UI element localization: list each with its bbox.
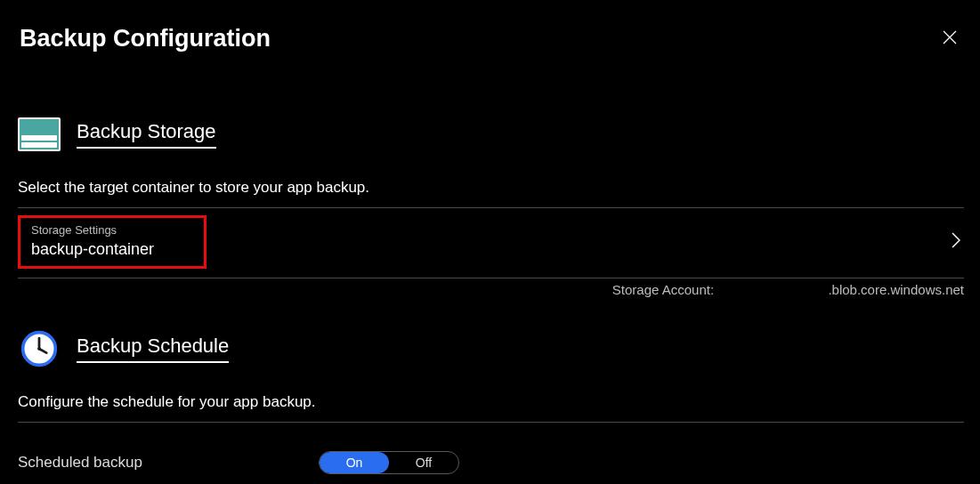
backup-schedule-title: Backup Schedule [77,335,229,363]
scheduled-backup-toggle[interactable]: On Off [319,451,459,474]
storage-account-suffix: .blob.core.windows.net [828,282,964,297]
backup-storage-title: Backup Storage [77,120,216,149]
backup-storage-section: Backup Storage Select the target contain… [18,113,962,297]
storage-icon [18,113,61,156]
clock-icon [18,327,61,370]
close-icon [943,30,957,44]
storage-settings-row[interactable]: Storage Settings backup-container [18,208,964,278]
toggle-option-off[interactable]: Off [389,452,458,473]
backup-schedule-section: Backup Schedule Configure the schedule f… [18,327,962,474]
svg-point-6 [37,347,41,351]
scheduled-backup-label: Scheduled backup [18,454,319,472]
page-title: Backup Configuration [20,25,271,52]
backup-storage-description: Select the target container to store you… [18,179,962,200]
storage-account-display: Storage Account: .blob.core.windows.net [18,278,964,297]
toggle-option-on[interactable]: On [320,452,389,473]
storage-settings-value: backup-container [31,240,195,259]
storage-settings-highlight: Storage Settings backup-container [18,215,207,269]
storage-account-label: Storage Account: [612,282,717,297]
close-button[interactable] [943,28,960,49]
chevron-right-icon [952,230,964,254]
storage-settings-label: Storage Settings [31,223,195,237]
backup-schedule-description: Configure the schedule for your app back… [18,393,962,415]
